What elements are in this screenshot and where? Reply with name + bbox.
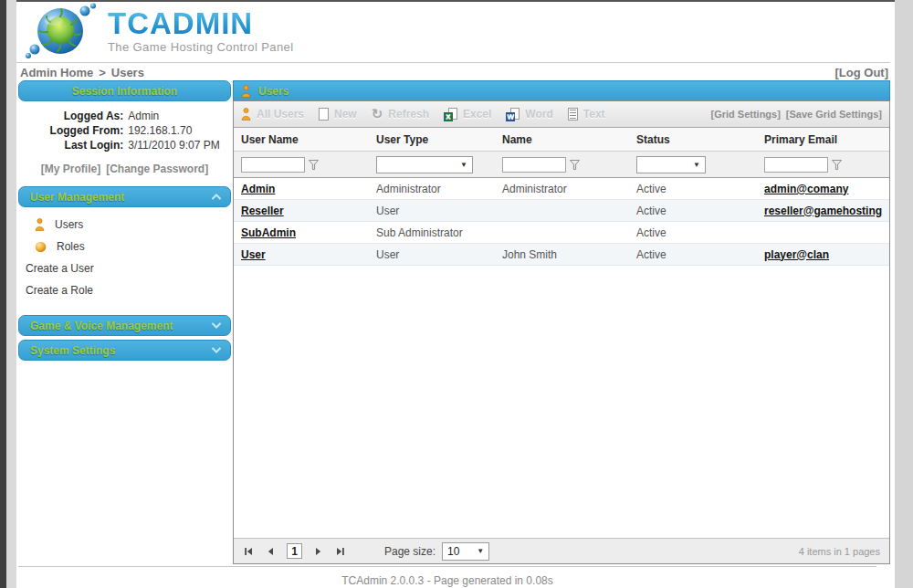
table-row: Reseller User Active reseller@gamehostin…: [234, 200, 889, 222]
refresh-button[interactable]: ↻ Refresh: [372, 108, 429, 121]
sidebar-item-users[interactable]: Users: [18, 214, 231, 236]
last-page-button[interactable]: [335, 546, 346, 557]
logged-from-label: Logged From:: [29, 124, 123, 138]
filter-user-type-select[interactable]: ▼: [376, 156, 473, 173]
chevron-down-icon: [212, 347, 221, 353]
user-type-cell: User: [369, 248, 495, 261]
table-filter-row: ▼ ▼: [234, 152, 889, 178]
breadcrumb-admin-home[interactable]: Admin Home: [20, 66, 93, 79]
word-icon: W: [506, 108, 519, 121]
filter-status-select[interactable]: ▼: [636, 156, 706, 173]
sidebar-item-create-a-user[interactable]: Create a User: [18, 257, 231, 279]
prev-page-button[interactable]: [266, 546, 275, 557]
page-size-select[interactable]: 10 ▼: [442, 542, 489, 561]
name-cell: John Smith: [495, 248, 629, 261]
grid-empty-area: [234, 266, 889, 538]
filter-name-input[interactable]: [502, 157, 566, 173]
filter-funnel-icon[interactable]: [570, 160, 580, 170]
excel-label: Excel: [463, 108, 491, 121]
window-left-gutter: [6, 0, 16, 588]
col-header-primary-email[interactable]: Primary Email: [757, 133, 889, 146]
save-grid-settings-link[interactable]: [Save Grid Settings]: [786, 109, 882, 120]
filter-name: [495, 157, 629, 173]
window-right-gutter: [895, 0, 913, 588]
text-file-icon: [568, 108, 578, 121]
all-users-icon: [241, 108, 251, 121]
grid-settings-link[interactable]: [Grid Settings]: [710, 109, 780, 120]
breadcrumb-separator: >: [99, 66, 106, 79]
filter-user-name: [234, 157, 369, 173]
menu-user-management[interactable]: User Management: [18, 186, 231, 207]
next-page-button[interactable]: [314, 546, 323, 557]
status-cell: Active: [629, 226, 757, 239]
primary-email-link[interactable]: admin@comany: [764, 183, 848, 195]
primary-email-link[interactable]: player@clan: [764, 248, 829, 261]
table-row: User User John Smith Active player@clan: [234, 244, 889, 266]
all-users-button[interactable]: All Users: [241, 108, 304, 121]
prev-page-icon: [266, 546, 275, 557]
grid-settings-links: [Grid Settings] [Save Grid Settings]: [710, 109, 882, 120]
col-header-user-type[interactable]: User Type: [369, 133, 495, 146]
first-page-button[interactable]: [243, 546, 254, 557]
menu-game-voice-management[interactable]: Game & Voice Management: [18, 315, 231, 336]
export-text-button[interactable]: Text: [568, 108, 605, 121]
filter-funnel-icon[interactable]: [309, 160, 319, 170]
role-icon: [35, 241, 47, 253]
footer-text: TCAdmin 2.0.0.3 - Page generated in 0.08…: [341, 574, 552, 587]
export-excel-button[interactable]: X Excel: [444, 108, 491, 121]
filter-funnel-icon[interactable]: [832, 160, 842, 170]
filter-primary-email-input[interactable]: [764, 157, 828, 173]
logout-link[interactable]: [Log Out]: [835, 66, 888, 79]
page-size-group: Page size: 10 ▼: [384, 542, 489, 561]
user-name-link[interactable]: Reseller: [241, 205, 284, 217]
change-password-link[interactable]: [Change Password]: [106, 163, 208, 175]
text-label: Text: [583, 108, 605, 121]
user-icon: [35, 218, 45, 231]
col-header-status[interactable]: Status: [629, 133, 757, 146]
new-button[interactable]: New: [319, 108, 357, 121]
last-login-label: Last Login:: [29, 139, 123, 152]
chevron-down-icon: [212, 322, 221, 329]
user-name-link[interactable]: User: [241, 248, 266, 261]
logged-as-label: Logged As:: [29, 110, 123, 123]
user-type-cell: Administrator: [369, 183, 495, 195]
panel-title: Users: [258, 85, 289, 98]
next-page-icon: [314, 546, 323, 557]
menu-user-management-title: User Management: [30, 191, 124, 204]
col-header-user-name[interactable]: User Name: [234, 133, 369, 146]
sidebar-item-create-a-user-label: Create a User: [26, 262, 94, 275]
sidebar-item-users-label: Users: [55, 218, 83, 231]
first-page-icon: [243, 546, 254, 557]
user-name-link[interactable]: Admin: [241, 183, 275, 195]
logo: TCADMIN The Game Hosting Control Panel: [24, 2, 293, 60]
footer: TCAdmin 2.0.0.3 - Page generated in 0.08…: [18, 566, 876, 587]
user-name-link[interactable]: SubAdmin: [241, 226, 296, 239]
last-page-icon: [335, 546, 346, 557]
brand-tagline: The Game Hosting Control Panel: [108, 40, 293, 54]
select-arrow-icon: ▼: [477, 547, 484, 555]
user-type-cell: User: [369, 205, 495, 217]
user-type-cell: Sub Administrator: [369, 226, 495, 239]
breadcrumb-bar: Admin Home > Users [Log Out]: [16, 62, 890, 80]
filter-user-type: ▼: [369, 156, 495, 173]
last-login-value: 3/11/2010 9:07 PM: [128, 139, 220, 152]
logged-from-value: 192.168.1.70: [128, 124, 220, 138]
users-grid: All Users New ↻ Refresh X Excel: [233, 100, 890, 564]
my-profile-link[interactable]: [My Profile]: [41, 163, 100, 175]
status-cell: Active: [629, 248, 757, 261]
sidebar-item-create-a-role[interactable]: Create a Role: [18, 279, 231, 301]
filter-user-name-input[interactable]: [241, 157, 305, 173]
user-management-items: Users Roles Create a User Create a Role: [18, 207, 231, 310]
new-label: New: [334, 108, 357, 121]
select-arrow-icon: ▼: [460, 161, 467, 169]
current-page-button[interactable]: 1: [287, 543, 302, 559]
col-header-name[interactable]: Name: [495, 133, 629, 146]
menu-system-settings[interactable]: System Settings: [18, 340, 231, 361]
refresh-icon: ↻: [372, 108, 383, 121]
logged-as-value: Admin: [128, 110, 220, 123]
export-word-button[interactable]: W Word: [506, 108, 552, 121]
primary-email-link[interactable]: reseller@gamehosting: [764, 205, 882, 217]
collapsed-menus: Game & Voice Management System Settings: [18, 315, 231, 361]
filter-primary-email: [757, 157, 889, 173]
sidebar-item-roles[interactable]: Roles: [18, 236, 231, 257]
